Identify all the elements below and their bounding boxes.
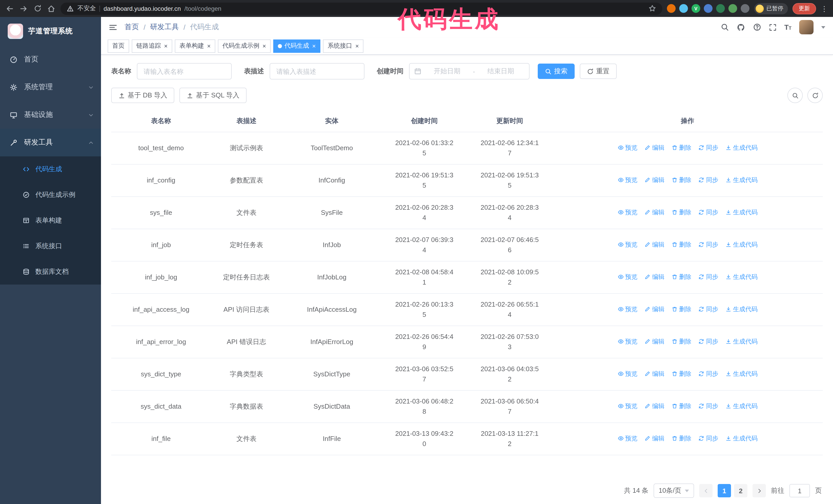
sync-link[interactable]: 同步	[698, 239, 718, 250]
tab-item[interactable]: 首页	[108, 39, 129, 52]
sidebar-item-codegen[interactable]: 代码生成	[0, 157, 101, 182]
people-extension-icon[interactable]	[704, 4, 713, 13]
tab-item[interactable]: 代码生成×	[273, 39, 320, 52]
preview-link[interactable]: 预览	[617, 369, 638, 379]
generate-code-link[interactable]: 生成代码	[725, 239, 758, 250]
sync-link[interactable]: 同步	[698, 433, 718, 443]
breadcrumb-item[interactable]: 研发工具	[150, 23, 179, 32]
home-icon[interactable]	[47, 4, 56, 13]
tab-item[interactable]: 表单构建×	[175, 39, 215, 52]
address-bar[interactable]: 不安全 dashboard.yudao.iocoder.cn/tool/code…	[61, 2, 662, 15]
sidebar-logo[interactable]: 芋道管理系统	[0, 17, 101, 46]
tab-close-icon[interactable]: ×	[312, 43, 316, 49]
preview-link[interactable]: 预览	[617, 336, 638, 346]
edit-link[interactable]: 编辑	[644, 175, 664, 185]
sidebar-item-form-builder[interactable]: 表单构建	[0, 208, 101, 233]
sidebar-item-infra[interactable]: 基础设施	[0, 101, 101, 129]
delete-link[interactable]: 删除	[671, 207, 691, 217]
search-icon[interactable]	[721, 23, 729, 31]
generate-code-link[interactable]: 生成代码	[725, 433, 758, 443]
sync-link[interactable]: 同步	[698, 369, 718, 379]
table-desc-input[interactable]	[270, 63, 364, 79]
goto-page-input[interactable]	[789, 484, 810, 497]
sidebar-item-system-api[interactable]: 系统接口	[0, 233, 101, 259]
puzzle-extension-icon[interactable]	[741, 4, 749, 13]
breadcrumb-item[interactable]: 首页	[124, 23, 139, 32]
sync-link[interactable]: 同步	[698, 336, 718, 346]
tab-close-icon[interactable]: ×	[262, 43, 266, 49]
preview-link[interactable]: 预览	[617, 207, 638, 217]
edit-link[interactable]: 编辑	[644, 272, 664, 282]
sync-link[interactable]: 同步	[698, 272, 718, 282]
github-icon[interactable]	[737, 23, 745, 31]
search-button[interactable]: 搜索	[538, 64, 575, 79]
sync-link[interactable]: 同步	[698, 304, 718, 314]
blue-drop-extension-icon[interactable]	[679, 4, 688, 13]
delete-link[interactable]: 删除	[671, 272, 691, 282]
chevron-down-icon[interactable]	[821, 26, 825, 28]
help-icon[interactable]	[753, 23, 761, 31]
delete-link[interactable]: 删除	[671, 239, 691, 250]
generate-code-link[interactable]: 生成代码	[725, 336, 758, 346]
reset-button[interactable]: 重置	[580, 64, 617, 79]
table-name-input[interactable]	[137, 63, 232, 79]
user-avatar[interactable]	[799, 20, 813, 34]
sidebar-item-codegen-example[interactable]: 代码生成示例	[0, 182, 101, 208]
delete-link[interactable]: 删除	[671, 175, 691, 185]
next-page-button[interactable]	[753, 484, 766, 497]
preview-link[interactable]: 预览	[617, 401, 638, 411]
back-icon[interactable]	[5, 4, 14, 13]
page-size-select[interactable]: 10条/页	[653, 483, 694, 498]
tab-close-icon[interactable]: ×	[207, 43, 211, 49]
orange-extension-icon[interactable]	[667, 4, 675, 13]
edit-link[interactable]: 编辑	[644, 143, 664, 153]
fullscreen-icon[interactable]	[769, 23, 777, 31]
profile-chip[interactable]: 已暂停	[754, 3, 788, 14]
date-range-picker[interactable]: 开始日期 - 结束日期	[409, 63, 529, 79]
delete-link[interactable]: 删除	[671, 369, 691, 379]
generate-code-link[interactable]: 生成代码	[725, 175, 758, 185]
preview-link[interactable]: 预览	[617, 239, 638, 250]
generate-code-link[interactable]: 生成代码	[725, 369, 758, 379]
sidebar-item-system[interactable]: 系统管理	[0, 73, 101, 101]
browser-menu-icon[interactable]: ⋮	[821, 5, 828, 12]
delete-link[interactable]: 删除	[671, 304, 691, 314]
tab-close-icon[interactable]: ×	[164, 43, 168, 49]
leaf-extension-icon[interactable]	[729, 4, 737, 13]
edit-link[interactable]: 编辑	[644, 433, 664, 443]
sync-link[interactable]: 同步	[698, 175, 718, 185]
tab-close-icon[interactable]: ×	[355, 43, 359, 49]
delete-link[interactable]: 删除	[671, 433, 691, 443]
browser-update-button[interactable]: 更新	[792, 3, 816, 14]
preview-link[interactable]: 预览	[617, 272, 638, 282]
tab-item[interactable]: 系统接口×	[323, 39, 363, 52]
forward-icon[interactable]	[19, 4, 28, 13]
refresh-button[interactable]	[807, 88, 823, 103]
preview-link[interactable]: 预览	[617, 175, 638, 185]
green-check-extension-icon[interactable]: V	[691, 4, 700, 13]
toggle-search-button[interactable]	[787, 88, 803, 103]
edit-link[interactable]: 编辑	[644, 369, 664, 379]
breadcrumb-item[interactable]: 代码生成	[190, 23, 219, 32]
page-button[interactable]: 1	[718, 484, 731, 497]
preview-link[interactable]: 预览	[617, 143, 638, 153]
reload-icon[interactable]	[33, 4, 42, 13]
generate-code-link[interactable]: 生成代码	[725, 143, 758, 153]
sidebar-item-devtools[interactable]: 研发工具	[0, 129, 101, 157]
generate-code-link[interactable]: 生成代码	[725, 401, 758, 411]
preview-link[interactable]: 预览	[617, 304, 638, 314]
hamburger-icon[interactable]	[109, 23, 117, 31]
import-sql-button[interactable]: 基于 SQL 导入	[180, 88, 247, 103]
tab-item[interactable]: 代码生成示例×	[218, 39, 271, 52]
generate-code-link[interactable]: 生成代码	[725, 207, 758, 217]
edit-link[interactable]: 编辑	[644, 336, 664, 346]
delete-link[interactable]: 删除	[671, 401, 691, 411]
edit-link[interactable]: 编辑	[644, 239, 664, 250]
preview-link[interactable]: 预览	[617, 433, 638, 443]
sync-link[interactable]: 同步	[698, 401, 718, 411]
page-button[interactable]: 2	[734, 484, 747, 497]
generate-code-link[interactable]: 生成代码	[725, 304, 758, 314]
edit-link[interactable]: 编辑	[644, 401, 664, 411]
delete-link[interactable]: 删除	[671, 143, 691, 153]
sidebar-item-home[interactable]: 首页	[0, 46, 101, 73]
